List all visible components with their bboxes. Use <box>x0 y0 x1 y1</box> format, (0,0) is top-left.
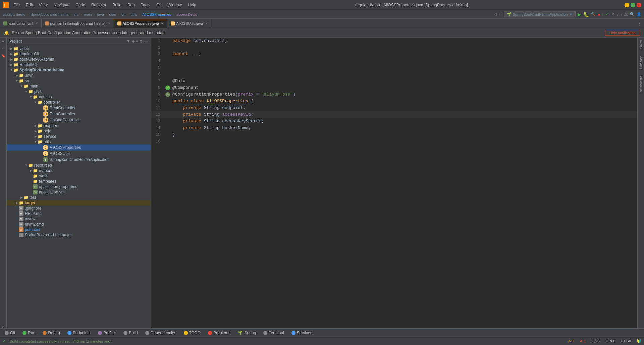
menu-help[interactable]: Help <box>185 2 199 8</box>
toolbar-icon-settings[interactable]: ⚙ <box>498 12 502 16</box>
panel-icon-close[interactable]: — <box>144 39 148 44</box>
breadcrumb-item-0[interactable]: atguigu-demo <box>3 12 25 16</box>
bottom-tab-build[interactable]: Build <box>120 330 141 336</box>
menu-edit[interactable]: Edit <box>23 2 36 8</box>
sidebar-commit-icon[interactable]: ✓ <box>2 46 5 50</box>
tree-item-aliossutils[interactable]: C AliOSSUtils <box>7 151 151 157</box>
breadcrumb-item-6[interactable]: cn <box>121 12 125 16</box>
menu-window[interactable]: Window <box>165 2 184 8</box>
git-branch[interactable]: ⎇ <box>610 12 614 16</box>
menu-refactor[interactable]: Refactor <box>89 2 109 8</box>
bottom-tab-problems[interactable]: Problems <box>205 330 234 336</box>
tree-item-resources[interactable]: ▼ 📁 resources <box>7 163 151 168</box>
sidebar-maven-label[interactable]: Maven <box>639 40 643 49</box>
tab-close-pom-xml[interactable]: × <box>108 21 110 25</box>
menu-git[interactable]: Git <box>154 2 164 8</box>
bottom-tab-terminal[interactable]: Terminal <box>260 330 287 336</box>
sidebar-bookmarks-icon[interactable]: 🔖 <box>1 54 5 58</box>
error-badge[interactable]: ✗ 1 <box>580 339 586 343</box>
tree-item-pojo[interactable]: ▶ 📁 pojo <box>7 128 151 134</box>
breadcrumb-item-3[interactable]: main <box>84 12 92 16</box>
breadcrumb-item-9[interactable]: accessKeyId <box>176 12 197 16</box>
breadcrumb-item-7[interactable]: utils <box>130 12 137 16</box>
warning-badge[interactable]: ⚠ 2 <box>568 339 574 343</box>
tree-item-mvn[interactable]: ▶ 📁 .mvn <box>7 73 151 78</box>
menu-tools[interactable]: Tools <box>138 2 153 8</box>
toolbar-icon-back[interactable]: ◁ <box>494 12 496 16</box>
sidebar-project-icon[interactable]: P <box>2 40 5 42</box>
menu-code[interactable]: Code <box>73 2 88 8</box>
tab-aliossproperties[interactable]: AliOSSProperties.java × <box>114 19 168 28</box>
sidebar-notifications-label[interactable]: Notifications <box>639 76 643 92</box>
bottom-tab-debug[interactable]: Debug <box>39 330 63 336</box>
git-update[interactable]: ↓ <box>616 12 619 16</box>
git-checkmark[interactable]: ✓ <box>605 12 608 16</box>
build-button[interactable]: 🔨 <box>591 12 596 16</box>
tree-item-aliossproperties[interactable]: C AliOSSProperties <box>7 145 151 151</box>
menu-build[interactable]: Build <box>110 2 124 8</box>
tree-item-src[interactable]: ▼ 📁 src <box>7 78 151 83</box>
account-icon[interactable]: 👤 <box>637 12 641 16</box>
tree-item-main[interactable]: ▼ 📁 main <box>7 83 151 89</box>
tab-pom-xml[interactable]: pom.xml (SpringBoot-crud-heima) × <box>42 19 114 28</box>
breadcrumb-item-2[interactable]: src <box>74 12 79 16</box>
bottom-tab-dependencies[interactable]: Dependencies <box>142 330 180 336</box>
tree-item-atguigu-git[interactable]: ▶ 📁 atguigu-Git <box>7 51 151 57</box>
panel-icon-gear[interactable]: ⚙ <box>140 39 143 44</box>
tree-item-rabbitmq[interactable]: ▶ 📁 RabbitMQ <box>7 62 151 67</box>
editor-settings-button[interactable]: ⋮ <box>635 21 644 26</box>
tree-item-empcontroller[interactable]: C EmpController <box>7 111 151 117</box>
gutter-icon-9[interactable]: ⚙ <box>165 92 170 97</box>
tree-item-app-props[interactable]: P application.properties <box>7 184 151 189</box>
bottom-tab-profiler[interactable]: Profiler <box>95 330 119 336</box>
code-editor[interactable]: 1 package com.cn.utils; 2 3 import ...; <box>151 38 637 328</box>
menu-navigate[interactable]: Navigate <box>51 2 72 8</box>
gutter-icon-8[interactable]: 🌱 <box>165 85 170 90</box>
tree-item-controller[interactable]: ▼ 📁 controller <box>7 100 151 105</box>
cursor-position[interactable]: 12:32 <box>591 339 601 343</box>
menu-run[interactable]: Run <box>125 2 138 8</box>
tree-item-springboot-crud[interactable]: ▼ 📁 SpringBoot-crud-heima <box>7 67 151 73</box>
tree-item-mapper[interactable]: ▶ 📁 mapper <box>7 123 151 128</box>
tree-item-templates[interactable]: 📁 templates <box>7 179 151 184</box>
menu-view[interactable]: View <box>36 2 50 8</box>
tree-item-springbootapp[interactable]: S SpringBootCrudHeimaApplication <box>7 157 151 163</box>
tree-item-uploadcontroller[interactable]: C UploadController <box>7 117 151 123</box>
tab-close-aliossproperties[interactable]: × <box>162 22 164 25</box>
tab-close-application-yml[interactable]: × <box>36 21 38 25</box>
bottom-tab-spring[interactable]: 🌱 Spring <box>234 330 260 336</box>
run-button[interactable]: ▶ <box>578 12 581 17</box>
tab-aliossutils[interactable]: AliOSSUtils.java × <box>167 19 211 28</box>
stop-button[interactable]: ■ <box>598 12 600 16</box>
translate-icon[interactable]: 文 <box>624 12 628 17</box>
bottom-tab-endpoints[interactable]: Endpoints <box>64 330 94 336</box>
breadcrumb-item-5[interactable]: com <box>109 12 116 16</box>
tree-item-static[interactable]: 📁 static <box>7 173 151 179</box>
debug-button[interactable]: 🐛 <box>583 12 589 17</box>
bottom-tab-git[interactable]: Git <box>1 330 18 336</box>
sidebar-database-label[interactable]: Database <box>639 56 643 69</box>
tree-item-iml[interactable]: I SpringBoot-crud-heima.iml <box>7 232 151 238</box>
tree-item-utils[interactable]: ▼ 📁 utils <box>7 139 151 145</box>
panel-icon-collapse[interactable]: ≡ <box>136 39 138 44</box>
hide-notification-button[interactable]: Hide notification <box>605 30 640 36</box>
tree-item-com-cn[interactable]: ▼ 📁 com.cn <box>7 94 151 100</box>
sidebar-structure-icon[interactable]: S <box>2 326 5 328</box>
tree-item-video[interactable]: ▶ 📁 video <box>7 46 151 51</box>
git-push[interactable]: ↑ <box>621 12 623 16</box>
tree-item-service[interactable]: ▶ 📁 service <box>7 134 151 139</box>
panel-icon-locate[interactable]: ⊕ <box>132 39 135 44</box>
tree-item-pom-xml[interactable]: X pom.xml <box>7 227 151 232</box>
tree-item-boot-web[interactable]: ▶ 📁 boot-web-05-admin <box>7 57 151 62</box>
menu-file[interactable]: File <box>11 2 22 8</box>
tab-application-yml[interactable]: application.yml × <box>0 19 42 28</box>
line-ending[interactable]: CRLF <box>606 339 615 343</box>
run-config-selector[interactable]: 🌱 SpringBootCrudHeimaApplication ▼ <box>504 11 576 17</box>
tree-item-app-yml[interactable]: Y application.yml <box>7 189 151 195</box>
tree-item-mvnw-cmd[interactable]: M mvnw.cmd <box>7 222 151 227</box>
minimize-button[interactable]: − <box>625 3 629 7</box>
bottom-tab-todo[interactable]: TODO <box>180 330 204 336</box>
tree-item-deptcontroller[interactable]: C DeptController <box>7 105 151 111</box>
tree-item-help-md[interactable]: M HELP.md <box>7 211 151 216</box>
tree-item-test[interactable]: ▶ 📁 test <box>7 195 151 200</box>
